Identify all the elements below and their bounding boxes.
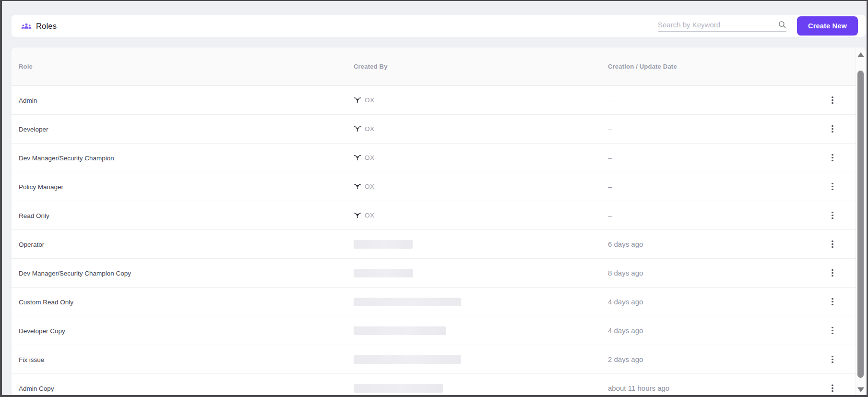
role-name: Custom Read Only bbox=[19, 299, 73, 306]
creation-date: 6 days ago bbox=[608, 240, 643, 248]
redacted-created-by bbox=[354, 269, 413, 277]
table-row[interactable]: Custom Read Only 4 days ago bbox=[12, 288, 866, 316]
ox-creator: OX bbox=[354, 125, 375, 132]
ox-creator: OX bbox=[354, 96, 375, 104]
table-header-row: Role Created By Creation / Update Date bbox=[12, 48, 866, 86]
creation-date: – bbox=[608, 125, 612, 133]
table-row[interactable]: Dev Manager/Security Champion Copy 8 day… bbox=[12, 259, 866, 288]
creation-date: – bbox=[608, 182, 612, 191]
actions-cell bbox=[809, 239, 856, 250]
ox-label: OX bbox=[365, 154, 375, 161]
column-header-date: Creation / Update Date bbox=[608, 63, 809, 70]
actions-cell bbox=[809, 181, 856, 192]
creation-date: 4 days ago bbox=[608, 326, 643, 335]
ox-label: OX bbox=[365, 212, 375, 219]
row-actions-kebab-icon[interactable] bbox=[828, 239, 837, 250]
row-actions-kebab-icon[interactable] bbox=[828, 181, 837, 192]
role-name: Policy Manager bbox=[19, 183, 63, 191]
table-row[interactable]: Dev Manager/Security Champion OX – bbox=[12, 144, 866, 172]
ox-creator: OX bbox=[354, 183, 375, 190]
date-cell: – bbox=[608, 96, 809, 105]
row-actions-kebab-icon[interactable] bbox=[828, 95, 837, 106]
role-name: Admin bbox=[19, 97, 37, 104]
actions-cell bbox=[809, 123, 856, 135]
actions-cell bbox=[809, 152, 856, 164]
ox-label: OX bbox=[365, 183, 375, 190]
role-name: Operator bbox=[19, 241, 44, 248]
row-actions-kebab-icon[interactable] bbox=[828, 210, 837, 221]
date-cell: – bbox=[608, 182, 809, 191]
scrollbar-up-arrow-icon[interactable] bbox=[857, 52, 864, 57]
redacted-created-by bbox=[354, 384, 443, 393]
created-by-cell bbox=[354, 355, 608, 364]
role-name: Dev Manager/Security Champion Copy bbox=[19, 270, 131, 277]
actions-cell bbox=[809, 383, 856, 394]
page-title: Roles bbox=[36, 22, 57, 31]
role-name: Fix issue bbox=[19, 356, 44, 363]
actions-cell bbox=[809, 354, 856, 365]
created-by-cell: OX bbox=[354, 183, 608, 190]
page-header: Roles Create New bbox=[12, 15, 866, 37]
date-cell: – bbox=[608, 211, 809, 220]
actions-cell bbox=[809, 210, 856, 221]
actions-cell bbox=[809, 267, 856, 279]
redacted-created-by bbox=[354, 326, 446, 335]
table-row[interactable]: Admin Copy about 11 hours ago bbox=[12, 374, 866, 396]
created-by-cell: OX bbox=[354, 154, 608, 161]
date-cell: about 11 hours ago bbox=[608, 384, 809, 393]
table-row[interactable]: Operator 6 days ago bbox=[12, 230, 866, 259]
table-row[interactable]: Developer Copy 4 days ago bbox=[12, 316, 866, 345]
creation-date: 4 days ago bbox=[608, 298, 643, 306]
role-name: Dev Manager/Security Champion bbox=[19, 155, 114, 162]
creation-date: – bbox=[608, 154, 612, 162]
date-cell: 8 days ago bbox=[608, 269, 809, 277]
role-name: Developer bbox=[19, 126, 48, 133]
row-actions-kebab-icon[interactable] bbox=[828, 123, 837, 135]
search-icon[interactable] bbox=[778, 20, 786, 29]
row-actions-kebab-icon[interactable] bbox=[828, 296, 837, 308]
date-cell: 4 days ago bbox=[608, 298, 809, 306]
scrollbar-thumb[interactable] bbox=[857, 71, 864, 378]
create-new-button[interactable]: Create New bbox=[797, 16, 858, 36]
date-cell: 4 days ago bbox=[608, 326, 809, 335]
role-name: Read Only bbox=[19, 212, 49, 219]
role-cell: Operator bbox=[19, 240, 354, 249]
page-title-group: Roles bbox=[21, 22, 57, 31]
redacted-created-by bbox=[354, 298, 461, 306]
table-row[interactable]: Developer OX – bbox=[12, 115, 866, 144]
table-row[interactable]: Read Only OX – bbox=[12, 201, 866, 230]
row-actions-kebab-icon[interactable] bbox=[828, 383, 837, 394]
scrollbar-track[interactable] bbox=[856, 48, 866, 396]
created-by-cell bbox=[354, 384, 608, 393]
ox-label: OX bbox=[365, 125, 375, 132]
actions-cell bbox=[809, 95, 856, 106]
role-cell: Fix issue bbox=[19, 355, 354, 364]
creation-date: 2 days ago bbox=[608, 355, 643, 363]
creation-date: – bbox=[608, 211, 612, 219]
table-row[interactable]: Policy Manager OX – bbox=[12, 172, 866, 201]
row-actions-kebab-icon[interactable] bbox=[828, 152, 837, 164]
search-input[interactable] bbox=[658, 21, 775, 29]
row-actions-kebab-icon[interactable] bbox=[828, 325, 837, 337]
date-cell: – bbox=[608, 154, 809, 162]
column-header-created-by: Created By bbox=[354, 63, 608, 70]
role-cell: Developer bbox=[19, 125, 354, 133]
role-cell: Dev Manager/Security Champion bbox=[19, 154, 354, 162]
creation-date: about 11 hours ago bbox=[608, 384, 669, 392]
roles-table: Role Created By Creation / Update Date A… bbox=[12, 48, 866, 396]
column-header-role: Role bbox=[19, 63, 354, 70]
table-row[interactable]: Fix issue 2 days ago bbox=[12, 345, 866, 374]
search-box bbox=[658, 20, 786, 32]
row-actions-kebab-icon[interactable] bbox=[828, 354, 837, 365]
role-cell: Policy Manager bbox=[19, 182, 354, 191]
ox-logo-icon bbox=[354, 212, 361, 219]
table-row[interactable]: Admin OX – bbox=[12, 86, 866, 115]
role-name: Admin Copy bbox=[19, 385, 54, 392]
scrollbar-down-arrow-icon[interactable] bbox=[857, 387, 864, 392]
created-by-cell bbox=[354, 326, 608, 335]
ox-logo-icon bbox=[354, 126, 361, 132]
role-cell: Dev Manager/Security Champion Copy bbox=[19, 269, 354, 277]
redacted-created-by bbox=[354, 355, 461, 364]
row-actions-kebab-icon[interactable] bbox=[828, 267, 837, 279]
ox-logo-icon bbox=[354, 183, 361, 190]
